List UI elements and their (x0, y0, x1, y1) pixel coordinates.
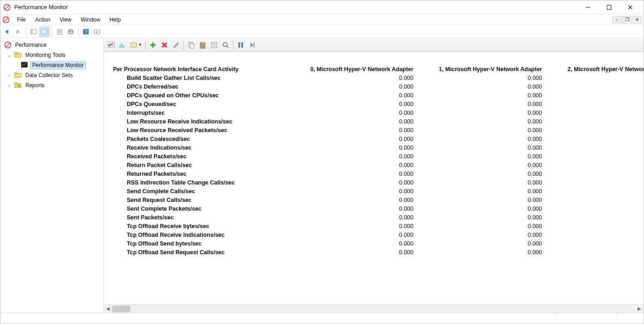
counter-row[interactable]: Received Packets/sec0.0000.0000.000 (113, 152, 634, 161)
counter-value: 0.000 (545, 92, 644, 99)
svg-marker-8 (5, 29, 8, 34)
show-hide-tree-button[interactable] (28, 27, 39, 37)
print-button[interactable] (66, 27, 76, 37)
change-graph-type-button[interactable]: ▼ (129, 39, 143, 50)
tree-monitoring-tools[interactable]: ⌄ Monitoring Tools (0, 50, 103, 60)
svg-rect-19 (69, 29, 72, 31)
maximize-button[interactable] (599, 1, 620, 14)
window-title: Performance Monitor (14, 4, 577, 11)
counter-row[interactable]: Low Resource Received Packets/sec0.0000.… (113, 126, 634, 134)
collapse-icon[interactable]: ⌄ (6, 53, 12, 58)
counter-name: Build Scatter Gather List Calls/sec (113, 75, 288, 81)
expand-icon[interactable]: › (6, 83, 12, 88)
counter-value: 0.000 (416, 162, 545, 168)
tree-performance-monitor[interactable]: Performance Monitor (0, 60, 103, 70)
properties-button[interactable] (209, 39, 220, 50)
counter-value: 0.000 (416, 101, 545, 107)
scroll-track[interactable] (112, 306, 635, 312)
report-view[interactable]: Per Processor Network Interface Card Act… (104, 52, 644, 304)
counter-row[interactable]: DPCs Deferred/sec0.0000.0000.000 (113, 82, 634, 91)
counter-row[interactable]: Interrupts/sec0.0000.0000.000 (113, 108, 634, 117)
menu-file[interactable]: File (12, 15, 30, 24)
column-header: 1, Microsoft Hyper-V Network Adapter (416, 66, 545, 73)
counter-name: Sent Complete Packets/sec (113, 206, 288, 212)
tree-data-collector-sets[interactable]: › Data Collector Sets (0, 70, 103, 80)
counter-row[interactable]: Low Resource Receive Indications/sec0.00… (113, 117, 634, 126)
menu-window[interactable]: Window (76, 15, 105, 24)
svg-rect-54 (238, 42, 240, 48)
counter-value: 0.000 (545, 188, 644, 195)
delete-counter-button[interactable] (159, 39, 170, 50)
counter-name: Send Request Calls/sec (113, 197, 288, 203)
counter-row[interactable]: Sent Complete Packets/sec0.0000.0000.000 (113, 204, 634, 213)
counter-name: Sent Packets/sec (113, 214, 288, 221)
counter-value: 0.000 (288, 145, 416, 151)
counter-row[interactable]: Tcp Offload Send bytes/sec0.0000.0000.00… (113, 239, 634, 248)
view-histogram-button[interactable] (117, 39, 128, 50)
counter-row[interactable]: Return Packet Calls/sec0.0000.0000.000 (113, 161, 634, 169)
counter-row[interactable]: Send Complete Calls/sec0.0000.0000.000 (113, 187, 634, 196)
counter-row[interactable]: Packets Coalesced/sec0.0000.0000.000 (113, 134, 634, 143)
counter-value: 0.000 (416, 92, 545, 99)
zoom-button[interactable] (220, 39, 231, 50)
menu-help[interactable]: Help (105, 15, 125, 24)
tree-label: Reports (23, 82, 46, 89)
counter-value: 0.000 (545, 127, 644, 134)
svg-marker-43 (174, 43, 179, 48)
counter-row[interactable]: Build Scatter Gather List Calls/sec0.000… (113, 73, 634, 82)
counter-row[interactable]: Sent Packets/sec0.0000.0000.000 (113, 213, 634, 222)
counter-row[interactable]: Send Request Calls/sec0.0000.0000.000 (113, 196, 634, 204)
counter-name: Received Packets/sec (113, 153, 288, 160)
counter-row[interactable]: Returned Packets/sec0.0000.0000.000 (113, 169, 634, 178)
scroll-left-icon[interactable]: ◀ (104, 306, 112, 311)
update-data-button[interactable] (247, 39, 258, 50)
counter-row[interactable]: RSS Indirection Table Change Calls/sec0.… (113, 178, 634, 187)
svg-rect-3 (607, 5, 611, 9)
counter-value: 0.000 (545, 84, 644, 90)
svg-line-53 (227, 46, 229, 48)
mdi-close-button[interactable]: ✕ (633, 16, 642, 23)
expand-icon[interactable]: › (6, 73, 12, 78)
perfmon-icon (4, 41, 11, 49)
mdi-restore-button[interactable]: ❐ (622, 16, 632, 23)
help-button[interactable]: ? (81, 27, 91, 37)
tree-reports[interactable]: › Reports (0, 80, 103, 90)
minimize-button[interactable] (577, 1, 599, 14)
freeze-display-button[interactable] (235, 39, 246, 50)
counter-row[interactable]: Receive Indications/sec0.0000.0000.000 (113, 143, 634, 152)
paste-button[interactable] (197, 39, 208, 50)
mdi-controls: – ❐ ✕ (612, 16, 642, 23)
console-tree[interactable]: Performance ⌄ Monitoring Tools Performan… (0, 38, 104, 313)
view-log-button[interactable] (92, 27, 102, 37)
titlebar: Performance Monitor (0, 0, 644, 14)
svg-line-25 (6, 43, 10, 47)
menu-view[interactable]: View (55, 15, 76, 24)
copy-button[interactable] (186, 39, 197, 50)
scroll-right-icon[interactable]: ▶ (635, 306, 644, 311)
counter-row[interactable]: Tcp Offload Receive bytes/sec0.0000.0000… (113, 222, 634, 230)
menu-action[interactable]: Action (30, 15, 55, 24)
horizontal-scrollbar[interactable]: ◀ ▶ (104, 304, 644, 313)
add-counter-button[interactable] (147, 39, 158, 50)
counter-row[interactable]: DPCs Queued on Other CPUs/sec0.0000.0000… (113, 91, 634, 100)
counter-value: 0.000 (416, 75, 545, 81)
perfmon-toolbar: ▼ (104, 38, 644, 52)
back-button[interactable] (2, 27, 12, 37)
counter-name: Returned Packets/sec (113, 171, 288, 177)
mdi-minimize-button[interactable]: – (612, 16, 621, 23)
counter-row[interactable]: Tcp Offload Receive Indications/sec0.000… (113, 230, 634, 239)
counter-value: 0.000 (288, 118, 416, 125)
export-list-button[interactable] (55, 27, 65, 37)
counter-row[interactable]: DPCs Queued/sec0.0000.0000.000 (113, 100, 634, 108)
svg-line-7 (4, 18, 8, 22)
counter-row[interactable]: Tcp Offload Send Request Calls/sec0.0000… (113, 248, 634, 257)
view-graph-button[interactable] (106, 39, 117, 50)
scroll-thumb[interactable] (112, 306, 130, 312)
counter-group-header: Per Processor Network Interface Card Act… (113, 66, 288, 73)
forward-button[interactable] (13, 27, 23, 37)
close-button[interactable] (620, 1, 641, 14)
tree-root-performance[interactable]: Performance (0, 40, 103, 50)
column-header: 2, Microsoft Hyper-V Network Adapter (545, 66, 644, 73)
show-hide-action-pane-button[interactable] (40, 27, 50, 37)
highlight-button[interactable] (170, 39, 181, 50)
